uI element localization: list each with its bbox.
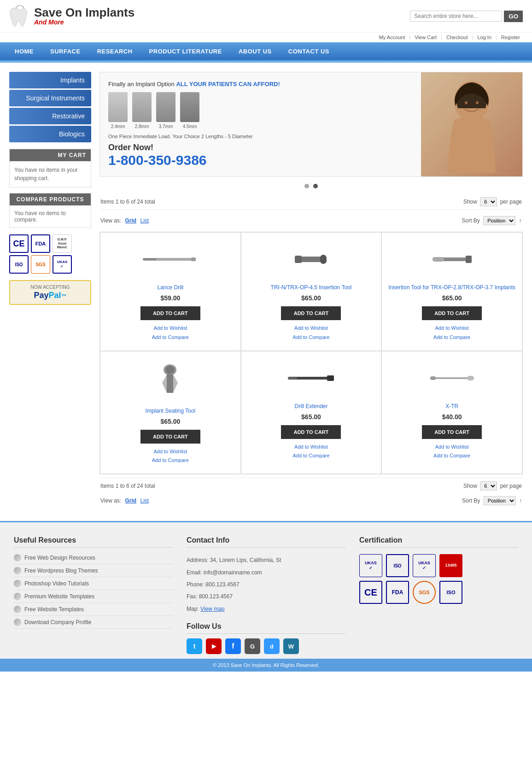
- sort-select[interactable]: Position: [483, 216, 515, 225]
- resource-link-2-text[interactable]: Free Wordpress Blog Themes: [24, 567, 98, 574]
- resource-link-3: Photoshop Video Tutorials: [14, 580, 173, 590]
- resource-link-5: Free Website Templates: [14, 606, 173, 616]
- banner-woman-img: [421, 72, 522, 176]
- svg-rect-8: [320, 255, 327, 264]
- product-5-actions: Add to Wishlist Add to Compare: [292, 443, 329, 461]
- view-cart-link[interactable]: View Cart: [415, 35, 437, 40]
- twitter-icon[interactable]: t: [187, 638, 202, 654]
- bottom-show-select[interactable]: 6: [480, 481, 497, 491]
- svg-rect-11: [433, 257, 444, 262]
- cert-badge-ukas2: UKAS✓: [413, 554, 436, 577]
- sidebar-item-surgical[interactable]: Surgical Instruments: [9, 90, 91, 106]
- dot-1[interactable]: [304, 184, 309, 188]
- bottom-product-controls: Items 1 to 6 of 24 total Show 6 per page: [99, 477, 523, 494]
- svg-rect-6: [299, 257, 322, 262]
- product-5-price: $65.00: [301, 413, 321, 421]
- product-cell-5: Drill Extender $65.00 ADD TO CART Add to…: [241, 351, 382, 474]
- bottom-view-list[interactable]: List: [140, 497, 149, 504]
- show-per-page-select[interactable]: 6: [480, 197, 497, 206]
- svg-point-2: [476, 101, 479, 104]
- product-1-wishlist[interactable]: Add to Wishlist: [152, 324, 189, 333]
- product-3-compare[interactable]: Add to Compare: [433, 333, 470, 342]
- useful-resources-heading: Useful Resources: [14, 536, 173, 548]
- register-link[interactable]: Register: [501, 35, 520, 40]
- main-nav: HOME SURFACE RESEARCH PRODUCT LITERATURE…: [0, 42, 532, 60]
- bottom-sort-arrow[interactable]: ↑: [519, 497, 522, 504]
- product-1-img: [140, 241, 200, 278]
- svg-point-13: [165, 366, 175, 374]
- my-cart-title: MY CART: [10, 149, 91, 161]
- product-3-name[interactable]: Insertion Tool for TRX-OP-2.8/TRX-OP-3.7…: [388, 284, 515, 291]
- view-grid-link[interactable]: Grid: [125, 217, 136, 224]
- product-1-compare[interactable]: Add to Compare: [152, 333, 189, 342]
- product-5-img: [281, 360, 341, 397]
- nav-research[interactable]: RESEARCH: [89, 42, 141, 60]
- resource-link-4-text[interactable]: Premium Website Templates: [24, 593, 94, 600]
- product-3-wishlist[interactable]: Add to Wishlist: [433, 324, 470, 333]
- product-1-name[interactable]: Lance Drill: [157, 284, 183, 291]
- view-list-link[interactable]: List: [140, 217, 149, 224]
- product-5-add-to-cart[interactable]: ADD TO CART: [281, 425, 341, 439]
- product-2-add-to-cart[interactable]: ADD TO CART: [281, 306, 341, 320]
- product-4-add-to-cart[interactable]: ADD TO CART: [140, 430, 200, 444]
- nav-product-literature[interactable]: PRODUCT LITERATURE: [141, 42, 230, 60]
- product-2-compare[interactable]: Add to Compare: [292, 333, 329, 342]
- login-link[interactable]: Log In: [477, 35, 491, 40]
- cert-badge-iso1: ISO: [386, 554, 409, 577]
- resource-link-1: Free Web Design Resources: [14, 554, 173, 564]
- resource-link-5-text[interactable]: Free Website Templates: [24, 606, 84, 613]
- product-4-wishlist[interactable]: Add to Wishlist: [152, 447, 189, 456]
- cert-badge-fda: FDA: [386, 581, 409, 604]
- sidebar-item-restorative[interactable]: Restorative: [9, 108, 91, 124]
- nav-home[interactable]: HOME: [6, 42, 42, 60]
- nav-about[interactable]: ABOUT US: [230, 42, 280, 60]
- bottom-sort-select[interactable]: Position: [484, 496, 516, 505]
- checkout-link[interactable]: Checkout: [446, 35, 468, 40]
- search-button[interactable]: GO: [504, 11, 523, 22]
- product-6-wishlist[interactable]: Add to Wishlist: [433, 443, 470, 452]
- svg-point-1: [465, 101, 468, 104]
- product-5-name[interactable]: Drill Extender: [294, 403, 327, 409]
- resource-link-6-text[interactable]: Download Company Profile: [24, 619, 91, 626]
- search-input[interactable]: [410, 11, 502, 22]
- resource-link-3-text[interactable]: Photoshop Video Tutorials: [24, 580, 89, 587]
- contact-fax: Fax: 800.123.4567: [187, 591, 345, 602]
- bottom-view-grid[interactable]: Grid: [125, 497, 136, 504]
- product-5-wishlist[interactable]: Add to Wishlist: [292, 443, 329, 452]
- sort-arrow-icon[interactable]: ↑: [519, 217, 522, 224]
- sidebar-item-implants[interactable]: Implants: [9, 72, 91, 88]
- svg-rect-7: [295, 256, 302, 263]
- product-4-name[interactable]: Implant Seating Tool: [146, 408, 196, 414]
- product-6-add-to-cart[interactable]: ADD TO CART: [422, 425, 482, 439]
- product-4-price: $65.00: [160, 418, 180, 425]
- google-icon[interactable]: G: [245, 638, 260, 654]
- my-account-link[interactable]: My Account: [379, 35, 405, 40]
- facebook-icon[interactable]: f: [225, 638, 241, 654]
- product-1-add-to-cart[interactable]: ADD TO CART: [140, 306, 200, 320]
- product-2-wishlist[interactable]: Add to Wishlist: [292, 324, 329, 333]
- product-2-name[interactable]: TRI-N/TRX-OP-4.5 Insertion Tool: [271, 284, 352, 291]
- logo-area: Save On Implants And More: [9, 5, 134, 28]
- dot-2[interactable]: [313, 184, 318, 188]
- paypal-box[interactable]: NOW ACCEPTING PayPal™: [9, 280, 91, 305]
- product-6-name[interactable]: X-TR: [445, 403, 458, 409]
- product-grid: Lance Drill $59.00 ADD TO CART Add to Wi…: [99, 232, 523, 474]
- resource-link-1-text[interactable]: Free Web Design Resources: [24, 555, 95, 561]
- product-5-compare[interactable]: Add to Compare: [292, 451, 329, 461]
- nav-surface[interactable]: SURFACE: [42, 42, 89, 60]
- product-2-img: [281, 241, 341, 278]
- footer-useful-resources: Useful Resources Free Web Design Resourc…: [14, 536, 173, 654]
- youtube-icon[interactable]: ▶: [206, 638, 222, 654]
- bullet-icon-2: [14, 567, 21, 574]
- view-map-link[interactable]: View map: [200, 606, 224, 612]
- product-3-add-to-cart[interactable]: ADD TO CART: [422, 306, 482, 320]
- delicious-icon[interactable]: d: [264, 638, 280, 654]
- follow-us-heading: Follow Us: [187, 622, 345, 634]
- wordpress-icon[interactable]: W: [283, 638, 299, 654]
- nav-contact[interactable]: CONTACT US: [280, 42, 338, 60]
- product-6-compare[interactable]: Add to Compare: [433, 451, 470, 461]
- svg-rect-18: [433, 377, 472, 379]
- sidebar-item-biologics[interactable]: Biologics: [9, 126, 91, 142]
- product-4-compare[interactable]: Add to Compare: [152, 456, 189, 465]
- product-6-actions: Add to Wishlist Add to Compare: [433, 443, 470, 461]
